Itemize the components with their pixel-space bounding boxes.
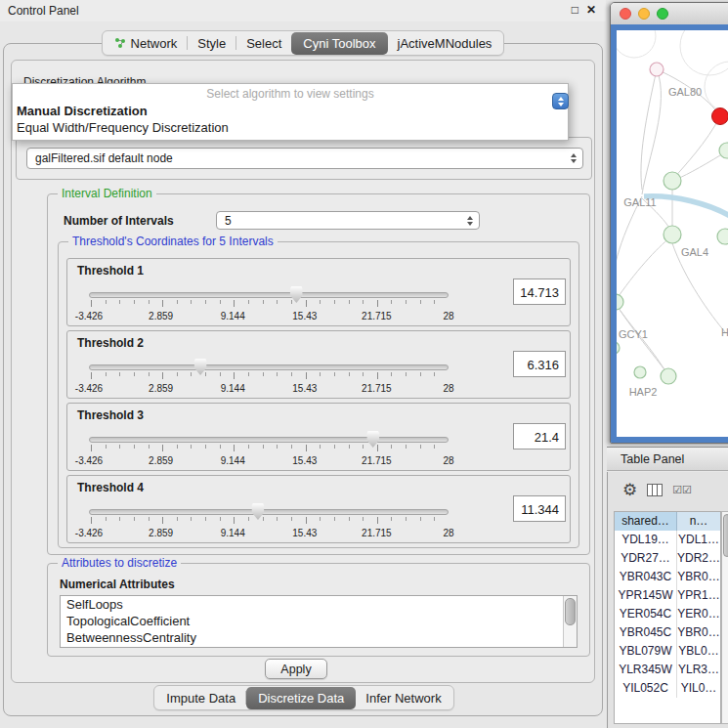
threshold-4-slider[interactable]: -3.4262.8599.14415.4321.71528	[89, 501, 449, 542]
tab-style[interactable]: Style	[188, 33, 236, 54]
threshold-2-label: Threshold 2	[77, 336, 144, 350]
table-toolbar: ⚙ ☑☑	[608, 477, 728, 502]
minimize-light-icon[interactable]	[638, 8, 650, 20]
gear-icon[interactable]: ⚙	[622, 482, 637, 498]
threshold-1-label: Threshold 1	[77, 264, 144, 278]
number-of-intervals-label: Number of Intervals	[64, 214, 174, 228]
node[interactable]	[634, 366, 646, 378]
table-data-combo-stepper[interactable]	[566, 149, 580, 168]
network-view-frame: GAL80 GAL11 GAL4 GCY1 HAP2 H	[611, 24, 728, 443]
tab-impute-data[interactable]: Impute Data	[156, 688, 245, 708]
node[interactable]	[717, 229, 728, 244]
slider-track[interactable]	[89, 509, 449, 515]
stepper-up-icon	[558, 97, 564, 101]
table-row[interactable]: YLR345WYLR3…	[615, 661, 720, 679]
list-scrollbar[interactable]	[563, 596, 577, 647]
table-row[interactable]: YPR145WYPR1…	[615, 586, 720, 605]
slider-track[interactable]	[89, 292, 449, 298]
table-data-combo[interactable]: galFiltered.sif default node	[26, 148, 583, 169]
table-row[interactable]: YBR043CYBR0…	[615, 568, 720, 586]
threshold-2-value-field[interactable]: 6.316	[513, 351, 566, 377]
threshold-3-label: Threshold 3	[77, 408, 144, 422]
stepper-up-icon	[571, 153, 577, 157]
node-table: shared… n… YDL19…YDL1… YDR27…YDR2… YBR04…	[614, 511, 721, 724]
network-canvas[interactable]: GAL80 GAL11 GAL4 GCY1 HAP2 H	[617, 30, 728, 437]
numerical-attributes-label: Numerical Attributes	[60, 578, 175, 591]
number-of-intervals-stepper[interactable]	[462, 212, 477, 229]
network-view-window: GAL80 GAL11 GAL4 GCY1 HAP2 H	[610, 2, 728, 444]
float-window-icon[interactable]: □	[572, 3, 578, 17]
slider-track[interactable]	[89, 364, 449, 370]
node-gal80[interactable]	[650, 63, 664, 76]
threshold-3-slider[interactable]: -3.4262.8599.14415.4321.71528	[89, 429, 449, 470]
table-row[interactable]: YDR27…YDR2…	[615, 549, 720, 568]
table-row[interactable]: YDL19…YDL1…	[615, 531, 720, 549]
columns-icon[interactable]	[647, 484, 663, 496]
slider-major-ticks	[91, 517, 449, 524]
algorithm-combo-stepper[interactable]	[552, 93, 569, 109]
scrollbar-thumb[interactable]	[565, 598, 576, 625]
table-panel-header: Table Panel	[607, 447, 728, 471]
number-of-intervals-combo[interactable]: 5	[216, 211, 480, 230]
node-gal11[interactable]	[664, 172, 681, 190]
slider-scale: -3.4262.8599.14415.4321.71528	[89, 383, 449, 395]
number-of-intervals-value: 5	[217, 214, 462, 228]
network-edge-arc	[617, 30, 656, 58]
network-window-titlebar[interactable]	[611, 3, 728, 25]
threshold-4-label: Threshold 4	[77, 481, 144, 494]
numerical-attributes-list[interactable]: SelfLoops TopologicalCoefficient Between…	[60, 595, 578, 648]
list-item[interactable]: TopologicalCoefficient	[61, 613, 577, 629]
zoom-light-icon[interactable]	[657, 8, 668, 20]
close-light-icon[interactable]	[620, 8, 631, 20]
list-item[interactable]: BetweennessCentrality	[61, 629, 577, 646]
slider-track[interactable]	[89, 437, 449, 443]
slider-major-ticks	[91, 372, 449, 379]
control-panel-body: Discretization Algorithm Select algorith…	[3, 43, 603, 716]
tab-infer-network[interactable]: Infer Network	[356, 688, 450, 708]
network-graph: GAL80 GAL11 GAL4 GCY1 HAP2 H	[617, 30, 728, 437]
tab-discretize-data[interactable]: Discretize Data	[246, 687, 356, 709]
top-tabstrip: Network Style Select Cyni Toolbox jActiv…	[102, 30, 505, 56]
threshold-2-slider[interactable]: -3.4262.8599.14415.4321.71528	[89, 357, 449, 398]
stepper-down-icon	[558, 103, 564, 107]
threshold-4-value-field[interactable]: 11.344	[513, 495, 566, 522]
tab-jactivemodules[interactable]: jActiveMNodules	[388, 33, 502, 54]
column-header-shared-name[interactable]: shared…	[615, 512, 677, 531]
node-gal4[interactable]	[664, 226, 681, 243]
node[interactable]	[617, 342, 620, 354]
node-gcy1[interactable]	[617, 294, 623, 310]
threshold-2-panel: Threshold 2 -3.4262.8599.14415.4321.7152…	[66, 330, 571, 399]
node-label: GCY1	[619, 328, 648, 340]
network-icon	[114, 37, 126, 49]
table-scrollbar[interactable]	[721, 511, 728, 724]
threshold-1-slider[interactable]: -3.4262.8599.14415.4321.71528	[89, 284, 449, 325]
tab-select[interactable]: Select	[236, 33, 291, 54]
table-row[interactable]: YIL052CYIL0…	[615, 679, 720, 698]
tab-network[interactable]: Network	[105, 33, 188, 54]
table-row[interactable]: YBR045CYBR0…	[615, 623, 720, 642]
column-header-name[interactable]: n…	[677, 512, 720, 531]
apply-button[interactable]: Apply	[265, 659, 327, 679]
threshold-3-value-field[interactable]: 21.4	[513, 423, 566, 450]
slider-major-ticks	[91, 300, 449, 307]
table-row[interactable]: YER054CYER0…	[615, 605, 720, 623]
algorithm-option-equal-width[interactable]: Equal Width/Frequency Discretization	[13, 119, 568, 136]
close-window-icon[interactable]: ✕	[586, 3, 596, 17]
threshold-1-value-field[interactable]: 14.713	[513, 278, 566, 305]
attributes-group: Attributes to discretize Numerical Attri…	[47, 563, 590, 657]
stepper-down-icon	[467, 222, 473, 226]
table-row[interactable]: YBL079WYBL0…	[615, 642, 720, 661]
scrollbar-thumb[interactable]	[723, 514, 728, 557]
node-label: GAL11	[623, 196, 656, 208]
select-columns-icon[interactable]: ☑☑	[672, 484, 692, 496]
algorithm-option-manual[interactable]: Manual Discretization	[13, 103, 568, 119]
node[interactable]	[719, 143, 728, 158]
node-selected-red[interactable]	[712, 108, 728, 125]
node-hap2[interactable]	[661, 368, 676, 384]
interval-definition-group: Interval Definition Number of Intervals …	[47, 193, 590, 555]
list-item[interactable]: SelfLoops	[61, 596, 577, 613]
interval-definition-group-label: Interval Definition	[58, 187, 156, 200]
attributes-group-label: Attributes to discretize	[58, 556, 181, 570]
top-tab-bar: Network Style Select Cyni Toolbox jActiv…	[0, 30, 606, 56]
tab-cyni-toolbox[interactable]: Cyni Toolbox	[291, 32, 387, 55]
